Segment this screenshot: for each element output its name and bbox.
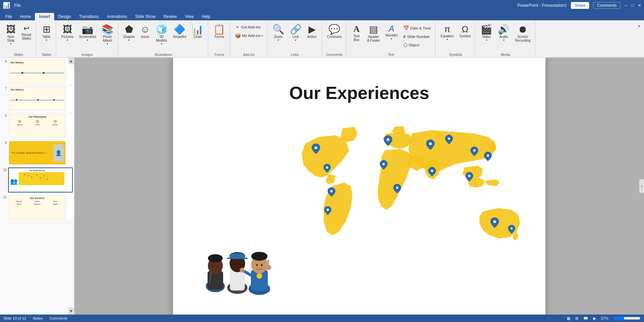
svg-point-13 bbox=[493, 220, 496, 223]
comments-button[interactable]: Comments bbox=[593, 2, 620, 9]
reuse-slides-button[interactable]: ↩ ReuseSlides bbox=[19, 23, 34, 42]
slide-number-icon: # bbox=[403, 34, 406, 39]
tab-insert[interactable]: Insert bbox=[35, 13, 54, 20]
new-slide-button[interactable]: 🖼 NewSlide ▾ bbox=[3, 23, 18, 47]
svg-point-33 bbox=[261, 264, 263, 266]
smartart-button[interactable]: 🔷 SmartArt bbox=[171, 23, 189, 40]
screen-recording-icon: ⏺ bbox=[518, 25, 528, 34]
illustrations-group-label: Illustrations bbox=[155, 53, 172, 57]
slide-thumb-8[interactable]: 8 Our Philosophy ⊙ Mission ⊙ Vision bbox=[1, 113, 73, 138]
my-addins-button[interactable]: 📦 My Add-ins ▾ bbox=[233, 32, 265, 39]
smartart-icon: 🔷 bbox=[174, 25, 186, 34]
slide-preview-7[interactable]: Our History bbox=[8, 86, 73, 111]
svg-point-19 bbox=[208, 254, 223, 262]
world-map[interactable] bbox=[295, 123, 525, 286]
view-sorter-button[interactable]: ⊞ bbox=[575, 316, 578, 321]
video-button[interactable]: 🎬 Video ▾ bbox=[478, 23, 495, 43]
slide-preview-6[interactable]: Our History bbox=[8, 59, 73, 84]
svg-point-35 bbox=[257, 273, 262, 279]
get-addins-button[interactable]: ＋ Get Add-ins bbox=[233, 23, 263, 31]
collapse-ribbon-button[interactable]: ⌃ bbox=[636, 23, 643, 32]
zoom-slider[interactable] bbox=[614, 316, 641, 321]
tab-home[interactable]: Home bbox=[16, 13, 35, 20]
shapes-button[interactable]: ⬟ Shapes ▾ bbox=[121, 23, 137, 43]
close-btn[interactable]: ✕ bbox=[638, 3, 641, 8]
link-icon: 🔗 bbox=[290, 25, 302, 34]
slide-preview-9[interactable]: "This is a quote, words full of wisdom..… bbox=[8, 140, 73, 165]
link-button[interactable]: 🔗 Link ▾ bbox=[287, 23, 304, 43]
equation-button[interactable]: π Equation ▾ bbox=[438, 23, 456, 43]
table-button[interactable]: ⊞ Table ▾ bbox=[39, 23, 54, 43]
date-time-button[interactable]: 📅 Date & Time bbox=[401, 24, 433, 32]
action-button[interactable]: ▶ Action bbox=[305, 23, 320, 40]
tab-review[interactable]: Review bbox=[159, 13, 181, 20]
ribbon-group-slides: 🖼 NewSlide ▾ ↩ ReuseSlides Slides bbox=[1, 22, 36, 57]
slide-thumb-6[interactable]: 6 Our History bbox=[1, 59, 73, 84]
svg-point-26 bbox=[234, 263, 236, 265]
comments-status-button[interactable]: Comments bbox=[49, 316, 67, 320]
slides-group-label: Slides bbox=[14, 53, 23, 57]
view-slideshow-button[interactable]: ▶ bbox=[593, 316, 596, 321]
slide-thumb-11[interactable]: 11 Our Services MercuryVenusMars SaturnN… bbox=[1, 195, 73, 220]
tab-file[interactable]: File bbox=[1, 13, 16, 20]
new-slide-icon: 🖼 bbox=[6, 25, 16, 34]
scroll-down-button[interactable]: ▼ bbox=[68, 308, 74, 315]
title-bar-left: 📊 File bbox=[3, 2, 21, 9]
share-button[interactable]: Share bbox=[571, 2, 589, 9]
pictures-button[interactable]: 🖼 Pictures ▾ bbox=[59, 23, 76, 43]
canvas-area: Our Experiences bbox=[74, 58, 644, 315]
header-footer-button[interactable]: ▤ Header& Footer bbox=[365, 23, 382, 44]
view-normal-button[interactable]: ▦ bbox=[567, 316, 570, 321]
slide-panel: ▲ 6 Our History bbox=[0, 58, 74, 315]
forms-button[interactable]: 📋 Forms bbox=[211, 23, 228, 40]
screenshot-button[interactable]: 📷 Screenshot ▾ bbox=[77, 23, 99, 43]
pictures-icon: 🖼 bbox=[63, 25, 72, 34]
slide-number-button[interactable]: # Slide Number bbox=[401, 33, 433, 40]
zoom-button[interactable]: 🔍 Zoom ▾ bbox=[270, 23, 287, 43]
status-right: ▦ ⊞ 📖 ▶ 57% bbox=[567, 316, 641, 321]
forms-group-label: Forms bbox=[214, 53, 224, 57]
scroll-up-button[interactable]: ▲ bbox=[68, 58, 74, 64]
svg-point-3 bbox=[327, 209, 329, 211]
slide-canvas[interactable]: Our Experiences bbox=[173, 58, 545, 315]
wordart-button[interactable]: A WordArt ▾ bbox=[383, 23, 400, 42]
menu-file[interactable]: File bbox=[14, 3, 21, 8]
tab-view[interactable]: View bbox=[181, 13, 198, 20]
slide-thumb-7[interactable]: 7 Our History bbox=[1, 86, 73, 111]
forms-icon: 📋 bbox=[213, 25, 225, 34]
comment-icon: 💬 bbox=[328, 25, 340, 34]
filename: PowerPoint - Presentation1 bbox=[517, 3, 567, 8]
slide-preview-8[interactable]: Our Philosophy ⊙ Mission ⊙ Vision bbox=[8, 113, 73, 138]
audio-button[interactable]: 🔊 Audio ▾ bbox=[495, 23, 512, 43]
svg-point-14 bbox=[511, 227, 513, 229]
icons-button[interactable]: ☺ Icons bbox=[138, 23, 153, 40]
tab-design[interactable]: Design bbox=[54, 13, 75, 20]
slide-thumb-9[interactable]: 9 "This is a quote, words full of wisdom… bbox=[1, 140, 73, 165]
tab-transitions[interactable]: Transitions bbox=[75, 13, 103, 20]
screen-recording-button[interactable]: ⏺ ScreenRecording bbox=[513, 23, 533, 44]
object-button[interactable]: ⬡ Object bbox=[401, 41, 433, 49]
media-group-label: Media bbox=[501, 53, 510, 57]
slide-preview-10[interactable]: Our Experiences 👥 📍 📍 📍 📍 📍 📍 bbox=[8, 167, 73, 193]
notes-button[interactable]: Notes bbox=[33, 316, 43, 320]
3d-models-button[interactable]: 🧊 3DModels ▾ bbox=[153, 23, 170, 47]
svg-point-31 bbox=[251, 252, 267, 261]
photo-album-button[interactable]: 📚 PhotoAlbum ▾ bbox=[99, 23, 116, 47]
chart-button[interactable]: 📊 Chart bbox=[189, 23, 206, 40]
slide-preview-11[interactable]: Our Services MercuryVenusMars SaturnNept… bbox=[8, 195, 73, 220]
ribbon-group-text: A TextBox ▤ Header& Footer A WordArt ▾ 📅… bbox=[347, 22, 435, 57]
minimize-btn[interactable]: ─ bbox=[624, 3, 627, 8]
tab-help[interactable]: Help bbox=[198, 13, 214, 20]
maximize-btn[interactable]: □ bbox=[631, 3, 634, 8]
video-icon: 🎬 bbox=[480, 25, 492, 34]
tab-slideshow[interactable]: Slide Show bbox=[131, 13, 159, 20]
tab-animations[interactable]: Animations bbox=[103, 13, 131, 20]
text-box-button[interactable]: A TextBox bbox=[349, 23, 364, 43]
comment-button[interactable]: 💬 Comment bbox=[325, 23, 344, 40]
right-panel-collapse[interactable]: › bbox=[639, 179, 644, 193]
view-reading-button[interactable]: 📖 bbox=[583, 316, 588, 321]
slide-thumb-10[interactable]: 10 Our Experiences 👥 📍 📍 📍 📍 bbox=[1, 167, 73, 193]
slide-title[interactable]: Our Experiences bbox=[173, 83, 545, 103]
links-group-label: Links bbox=[291, 53, 299, 57]
symbol-button[interactable]: Ω Symbol bbox=[457, 23, 473, 40]
